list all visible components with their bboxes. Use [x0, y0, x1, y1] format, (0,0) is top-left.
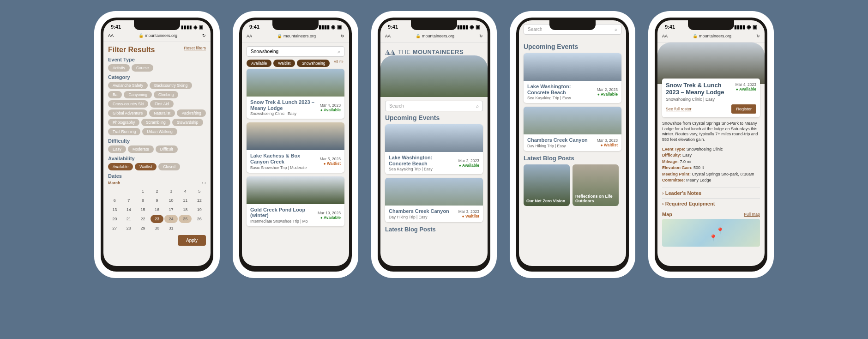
calendar-day[interactable]: 24: [164, 215, 178, 223]
calendar-day[interactable]: 20: [108, 215, 121, 223]
calendar-day[interactable]: 2: [151, 187, 164, 195]
filter-pill[interactable]: First Aid: [150, 100, 174, 108]
text-size-control[interactable]: AA: [108, 33, 114, 38]
event-card[interactable]: Lake Washington: Concrete Beach Sea Kaya…: [524, 53, 621, 103]
search-input[interactable]: Search ⌕: [385, 101, 483, 111]
event-status: Available: [320, 108, 341, 112]
filter-pill[interactable]: Avalanche Safety: [108, 82, 148, 89]
phone-home-scrolled: Search ⌕ Upcoming Events Lake Washington…: [512, 14, 633, 275]
lock-icon: 🔒: [139, 33, 144, 38]
active-filter-pill[interactable]: Waitlist: [273, 60, 295, 67]
event-card[interactable]: Lake Kachess & Box Canyon Creek Basic Sn…: [247, 122, 344, 172]
calendar-day[interactable]: 1: [136, 187, 150, 195]
calendar-day[interactable]: 22: [136, 215, 150, 223]
filter-pill[interactable]: Difficult: [156, 145, 178, 153]
calendar-day[interactable]: 16: [151, 206, 164, 214]
register-button[interactable]: Register: [731, 104, 756, 114]
filter-pill[interactable]: Global Adventure: [108, 109, 147, 117]
calendar-day[interactable]: 5: [193, 187, 206, 195]
event-card[interactable]: Gold Creek Pond Loop (winter) Intermedia…: [247, 176, 344, 226]
calendar-day[interactable]: 15: [136, 206, 150, 214]
calendar-day[interactable]: 17: [164, 206, 178, 214]
full-map-link[interactable]: Full map: [744, 212, 760, 217]
event-title: Gold Creek Pond Loop (winter): [250, 207, 315, 218]
filter-pill[interactable]: Photography: [108, 119, 139, 126]
event-card[interactable]: Lake Washington: Concrete Beach Sea Kaya…: [385, 124, 483, 174]
calendar-day[interactable]: [122, 187, 136, 195]
blog-heading: Latest Blog Posts: [524, 155, 621, 162]
filter-pill[interactable]: Canyoning: [124, 91, 152, 98]
calendar-day[interactable]: 14: [122, 206, 136, 214]
blog-card[interactable]: Our Net Zero Vision: [524, 164, 570, 206]
leaders-notes-toggle[interactable]: Leader's Notes: [662, 188, 760, 198]
calendar-day[interactable]: 29: [136, 224, 150, 232]
required-equipment-toggle[interactable]: Required Equipment: [662, 198, 760, 209]
filter-pill[interactable]: Stewardship: [172, 119, 203, 126]
calendar-day[interactable]: 21: [122, 215, 136, 223]
filter-pill[interactable]: Urban Walking: [142, 128, 177, 135]
filter-pill[interactable]: Backcountry Skiing: [150, 82, 192, 89]
calendar-day[interactable]: 26: [193, 215, 206, 223]
event-date: Mar 3, 2023: [458, 209, 479, 214]
filter-pill[interactable]: Activity: [108, 64, 130, 72]
calendar-day[interactable]: [108, 187, 121, 195]
blog-card[interactable]: Reflections on Life Outdoors: [573, 164, 619, 206]
calendar-day[interactable]: 13: [108, 206, 121, 214]
calendar-day[interactable]: 18: [179, 206, 192, 214]
calendar-day[interactable]: 25: [179, 215, 192, 223]
event-image: [524, 53, 621, 81]
calendar-day[interactable]: 3: [164, 187, 178, 195]
filter-pill[interactable]: Closed: [158, 163, 180, 170]
event-card[interactable]: Chambers Creek Canyon Day Hiking Trip | …: [524, 107, 621, 151]
filter-pill[interactable]: Waitlist: [135, 163, 157, 170]
active-filter-pill[interactable]: Available: [247, 60, 271, 67]
calendar-day[interactable]: 6: [108, 196, 121, 205]
search-icon: ⌕: [338, 49, 340, 54]
calendar-day[interactable]: 30: [151, 224, 164, 232]
hero-image: [380, 55, 488, 97]
filter-pill[interactable]: Scrambling: [141, 119, 170, 126]
event-date: Mar 2, 2023: [458, 158, 479, 163]
filter-pill[interactable]: Climbing: [154, 91, 178, 98]
refresh-icon[interactable]: ↻: [202, 33, 206, 38]
calendar-day[interactable]: 4: [179, 187, 192, 195]
filter-pill[interactable]: Course: [132, 64, 153, 72]
calendar-day[interactable]: 23: [151, 215, 164, 223]
event-subtitle: Snowshoeing Clinic | Easy: [666, 97, 735, 102]
calendar-day[interactable]: 9: [151, 196, 164, 205]
filter-pill[interactable]: Packrafting: [177, 109, 206, 117]
calendar-day[interactable]: 7: [122, 196, 136, 205]
see-roster-link[interactable]: See full roster: [666, 107, 692, 111]
filter-pill[interactable]: Ba: [108, 91, 122, 98]
filter-pill[interactable]: Moderate: [128, 145, 154, 153]
upcoming-events-heading: Upcoming Events: [524, 43, 621, 50]
filter-pill[interactable]: Available: [108, 163, 133, 170]
active-filter-pill[interactable]: Snowshoeing: [297, 60, 330, 67]
url-bar[interactable]: 🔒mountaineers.org: [139, 33, 177, 38]
apply-button[interactable]: Apply: [178, 235, 206, 246]
calendar-day[interactable]: 11: [179, 196, 192, 205]
map-view[interactable]: 📍 📍: [662, 219, 760, 247]
event-status: Waitlist: [458, 214, 479, 218]
event-meta-row: Committee: Meany Lodge: [662, 177, 760, 184]
reset-filters-link[interactable]: Reset filters: [184, 46, 206, 50]
calendar-day[interactable]: 27: [108, 224, 121, 232]
filter-pill[interactable]: Cross-country Ski: [108, 100, 148, 108]
calendar-day[interactable]: 10: [164, 196, 178, 205]
event-card[interactable]: Chambers Creek Canyon Day Hiking Trip | …: [385, 178, 483, 222]
filter-pill[interactable]: Easy: [108, 145, 126, 153]
all-filters-link[interactable]: All filt: [333, 60, 344, 67]
event-card[interactable]: Snow Trek & Lunch 2023 – Meany Lodge Sno…: [247, 69, 344, 119]
calendar-day[interactable]: 28: [122, 224, 136, 232]
calendar-day[interactable]: 12: [193, 196, 206, 205]
calendar-day[interactable]: 31: [164, 224, 178, 232]
event-date: Mar 4, 2023: [735, 82, 756, 87]
search-input[interactable]: Snowshoeing ⌕: [247, 46, 344, 57]
search-placeholder: Search: [389, 103, 404, 109]
filter-pill[interactable]: Trail Running: [108, 128, 140, 135]
event-status: Available: [318, 215, 341, 220]
calendar-day[interactable]: 8: [136, 196, 150, 205]
calendar-day[interactable]: 19: [193, 206, 206, 214]
filter-pill[interactable]: Naturalist: [149, 109, 175, 117]
calendar-nav[interactable]: ‹ ›: [202, 181, 206, 185]
